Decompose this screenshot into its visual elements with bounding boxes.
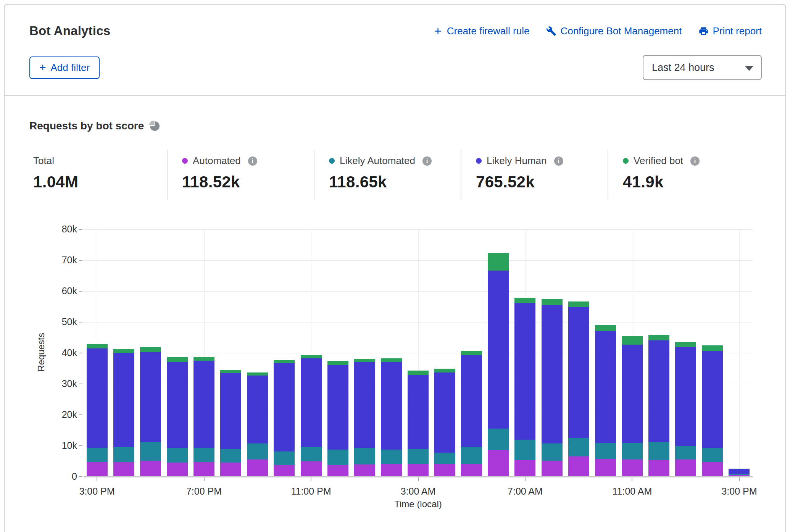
bar-segment-likely-human [648,340,669,442]
time-range-select[interactable]: Last 24 hours [643,55,762,80]
bar[interactable] [140,347,161,476]
printer-icon [698,26,709,36]
stat-automated: Automated i 118.52k [167,150,314,200]
configure-bot-management-link[interactable]: Configure Bot Management [546,25,682,37]
bar[interactable] [514,298,535,476]
plus-icon [433,26,443,36]
y-tick-label: 70k [39,255,77,266]
bar-segment-verified-bot [702,345,723,351]
y-axis-tick [79,476,82,477]
info-icon[interactable]: i [554,156,563,166]
bar-segment-verified-bot [648,335,669,341]
action-label: Create firewall rule [447,25,530,37]
bar[interactable] [327,361,348,476]
bar[interactable] [381,358,402,476]
stat-likely-human: Likely Human i 765.52k [461,150,608,200]
bar[interactable] [434,369,455,476]
bar-segment-likely-human [408,375,429,449]
add-filter-button[interactable]: + Add filter [29,56,100,79]
x-tick-label: 7:00 PM [174,486,235,497]
y-axis-tick [79,445,82,446]
bar-segment-verified-bot [568,301,589,307]
bar-segment-automated [675,459,696,476]
time-range-value: Last 24 hours [652,62,714,74]
bar[interactable] [113,349,134,476]
info-icon[interactable]: i [422,156,432,166]
bar-segment-likely-human [301,358,322,447]
bar[interactable] [729,469,750,476]
y-axis-tick [79,414,82,415]
bar[interactable] [461,351,482,476]
bar-segment-likely-human [381,362,402,449]
pie-chart-icon [150,121,160,131]
action-label: Configure Bot Management [560,25,682,37]
bar-segment-verified-bot [354,359,375,361]
info-icon[interactable]: i [690,156,700,166]
bot-analytics-card: Bot Analytics Create firewall rule Confi… [4,4,786,532]
info-icon[interactable]: i [248,156,257,166]
bar-segment-automated [648,460,669,476]
x-tick-label: 11:00 PM [281,486,342,497]
stat-verified-bot: Verified bot i 41.9k [608,150,755,200]
y-axis-tick [79,229,82,230]
bar-segment-verified-bot [113,349,134,353]
bar-segment-verified-bot [595,325,616,331]
print-report-link[interactable]: Print report [698,25,762,37]
bar[interactable] [87,344,108,476]
bar-segment-automated [327,465,348,476]
bar[interactable] [167,357,188,476]
stat-label: Total [33,155,54,167]
x-tick-label: 11:00 AM [601,486,663,497]
bar-segment-automated [274,465,295,476]
bar-segment-likely-human [113,353,134,447]
add-filter-label: Add filter [51,62,90,74]
bar-segment-likely-automated [301,447,322,461]
color-dot [623,158,629,164]
bar-segment-verified-bot [140,347,161,351]
bar-segment-automated [568,456,589,476]
bar[interactable] [648,335,669,476]
bar-segment-verified-bot [87,344,108,348]
y-tick-label: 60k [39,285,77,297]
create-firewall-rule-link[interactable]: Create firewall rule [433,25,530,37]
x-tick-label: 3:00 PM [66,486,127,497]
bar[interactable] [542,299,563,476]
bar[interactable] [595,325,616,476]
x-tick-label: 7:00 AM [495,486,556,497]
bar-segment-likely-automated [408,449,429,464]
bar-segment-likely-human [274,363,295,452]
bar-segment-automated [113,462,134,476]
y-tick-label: 10k [39,440,77,451]
bar-segment-likely-automated [113,447,134,462]
plus-icon: + [39,62,46,73]
bar-segment-likely-human [87,348,108,448]
bar[interactable] [702,345,723,476]
bar-segment-automated [595,459,616,476]
bar-segment-automated [514,460,535,476]
bar-segment-automated [220,463,241,476]
bar[interactable] [274,360,295,476]
bar[interactable] [220,370,241,476]
bar-segment-automated [193,462,214,476]
bar-segment-likely-human [434,372,455,453]
bar[interactable] [247,372,268,476]
bar-segment-likely-automated [87,448,108,462]
y-tick-label: 30k [39,378,77,389]
bar[interactable] [675,342,696,476]
y-tick-label: 0 [39,471,77,482]
bar-segment-likely-human [247,376,268,443]
bar[interactable] [354,359,375,476]
bar[interactable] [622,336,643,476]
bar[interactable] [408,371,429,476]
y-axis-tick [79,291,82,292]
bar[interactable] [301,355,322,476]
bar[interactable] [568,301,589,476]
bar-segment-likely-automated [193,448,214,462]
bar-segment-automated [167,463,188,476]
bar-segment-automated [408,464,429,476]
x-axis-tick [632,477,632,481]
bar[interactable] [488,253,509,476]
bar-segment-automated [702,462,723,476]
stat-label: Verified bot [634,155,683,167]
bar[interactable] [193,357,214,476]
